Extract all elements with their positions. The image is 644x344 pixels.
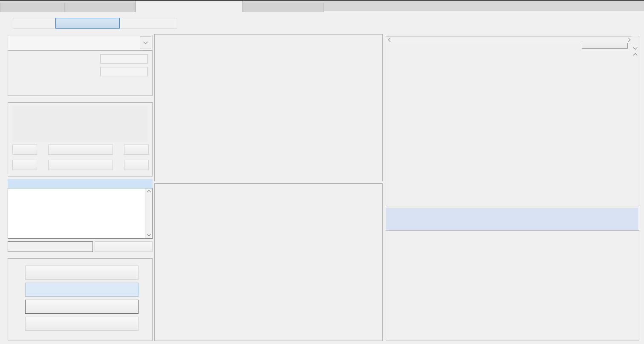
scroll-down-button[interactable]: [145, 231, 152, 238]
measurement-actions-group: [8, 258, 153, 341]
file-list-scrollbar[interactable]: [145, 188, 152, 238]
results-panel: [386, 36, 639, 206]
chevron-up-icon: [633, 53, 638, 57]
chevron-down-icon: [144, 40, 148, 44]
time-history-chart: [154, 34, 383, 181]
min-source-positions-field[interactable]: [100, 54, 148, 64]
new-test-button[interactable]: [95, 241, 153, 252]
main-tabbar: [0, 0, 644, 11]
chevron-right-icon[interactable]: [627, 38, 631, 42]
source-position-button[interactable]: [48, 145, 113, 155]
min-positions-group: [8, 50, 153, 96]
stop-button[interactable]: [25, 300, 139, 314]
microphone-position-prev-button[interactable]: [12, 160, 37, 170]
chevron-down-icon: [633, 46, 638, 50]
chevron-up-icon: [147, 190, 151, 194]
microphone-position-button[interactable]: [48, 160, 113, 170]
tab-report[interactable]: [243, 3, 324, 12]
test-type-group: [8, 102, 153, 176]
results-spacer-panel: [386, 208, 638, 230]
subtab-measure[interactable]: [55, 18, 120, 29]
tab-document-settings[interactable]: [0, 3, 65, 12]
source-position-next-button[interactable]: [124, 145, 149, 155]
sub-tabbar: [13, 18, 177, 29]
test-counter-button[interactable]: [8, 241, 93, 252]
chevron-down-icon: [147, 232, 151, 237]
source-position-prev-button[interactable]: [12, 145, 37, 155]
save-button[interactable]: [25, 317, 139, 331]
tab-channel-settings[interactable]: [65, 3, 135, 12]
chevron-left-icon[interactable]: [388, 38, 393, 42]
measure-mode-combobox[interactable]: [8, 35, 153, 50]
min-microphone-positions-field[interactable]: [100, 67, 148, 76]
scroll-up-button[interactable]: [145, 188, 152, 195]
subtab-settings[interactable]: [13, 18, 55, 29]
live-spectrum-chart: [154, 183, 383, 341]
test-file-list-title: [8, 179, 153, 188]
test-type-radio-list: [12, 106, 148, 142]
microphone-position-next-button[interactable]: [124, 160, 149, 170]
result-spectrum-chart: [386, 230, 639, 341]
scroll-up-button[interactable]: [632, 52, 638, 58]
tab-mcr-spwr[interactable]: [135, 1, 243, 12]
measure-mode-dropdown-button[interactable]: [140, 36, 151, 49]
prepare-button[interactable]: [25, 266, 139, 280]
subtab-postprocess[interactable]: [120, 18, 177, 29]
scroll-down-button[interactable]: [632, 45, 638, 52]
table-horizontal-scrollbar[interactable]: [387, 36, 632, 43]
measure-button[interactable]: [25, 283, 139, 297]
test-file-list[interactable]: [8, 188, 153, 239]
